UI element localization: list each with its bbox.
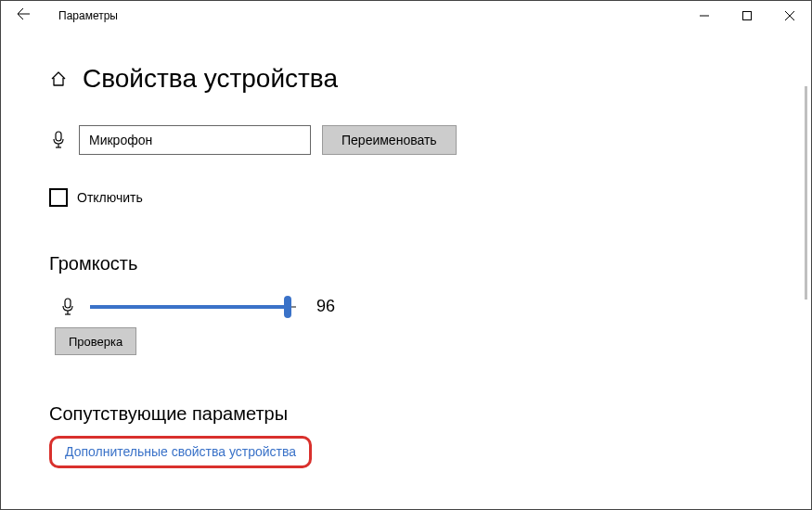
settings-window: Параметры Свойства устройства [0,0,812,510]
content-area: Свойства устройства Переименовать Отключ… [1,31,811,509]
titlebar: Параметры [1,1,811,31]
back-arrow-icon [16,6,31,25]
volume-value: 96 [316,297,335,316]
microphone-icon [58,298,77,316]
close-button[interactable] [768,1,811,31]
maximize-button[interactable] [726,1,768,31]
back-button[interactable] [8,1,38,31]
related-heading: Сопутствующие параметры [49,403,811,425]
scrollbar[interactable] [805,86,807,300]
disable-checkbox[interactable] [49,188,68,207]
volume-row: 96 [58,297,811,316]
app-title: Параметры [58,9,118,22]
disable-row: Отключить [49,188,811,207]
svg-rect-7 [65,299,71,308]
svg-rect-4 [56,132,61,141]
microphone-icon [49,131,68,149]
slider-thumb[interactable] [284,296,291,318]
page-title: Свойства устройства [83,64,338,94]
titlebar-left: Параметры [8,1,118,31]
volume-slider[interactable] [90,298,296,316]
slider-fill [90,305,288,309]
test-button[interactable]: Проверка [55,327,136,355]
volume-heading: Громкость [49,253,811,274]
disable-label[interactable]: Отключить [77,190,143,205]
minimize-button[interactable] [683,1,726,31]
window-controls [683,1,811,31]
home-icon[interactable] [49,70,68,88]
page-header: Свойства устройства [49,64,811,94]
rename-button[interactable]: Переименовать [322,125,457,155]
device-name-input[interactable] [79,125,311,155]
additional-properties-link[interactable]: Дополнительные свойства устройства [65,444,296,459]
highlight-annotation: Дополнительные свойства устройства [49,436,312,468]
device-name-row: Переименовать [49,125,811,155]
svg-rect-1 [743,12,752,20]
